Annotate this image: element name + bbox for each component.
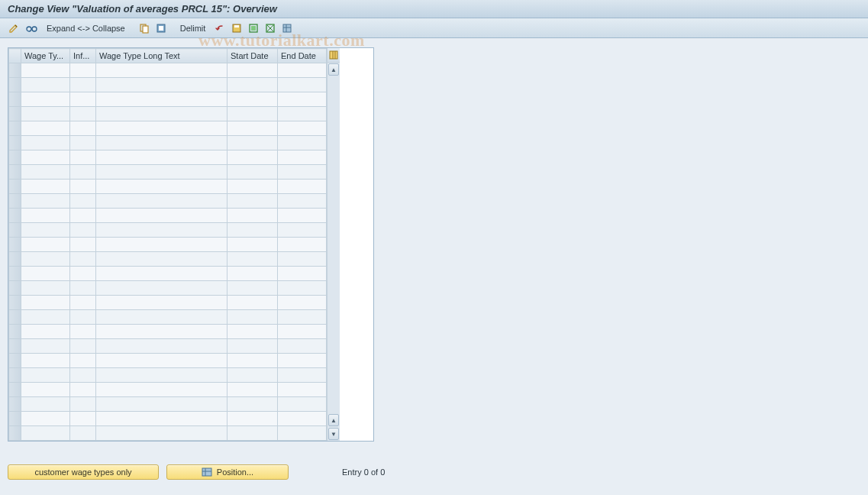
deselect-icon[interactable]	[263, 21, 278, 36]
table-row[interactable]	[9, 165, 327, 180]
svg-rect-13	[283, 24, 291, 32]
col-start-date[interactable]: Start Date	[227, 49, 278, 63]
table-row[interactable]	[9, 238, 327, 252]
entry-count: Entry 0 of 0	[342, 467, 385, 477]
table-row[interactable]	[9, 368, 327, 383]
table-row[interactable]	[9, 281, 327, 296]
position-label: Position...	[217, 467, 253, 477]
table-row[interactable]	[9, 325, 327, 339]
table-settings-icon[interactable]	[279, 21, 295, 36]
table-row[interactable]	[9, 63, 327, 78]
title-bar: Change View "Valuation of averages PRCL …	[0, 0, 868, 18]
table-row[interactable]	[9, 383, 327, 397]
select-block-icon[interactable]	[246, 21, 261, 36]
content-area: Wage Ty... Inf... Wage Type Long Text St…	[0, 38, 868, 451]
table-row[interactable]	[9, 92, 327, 107]
col-end-date[interactable]: End Date	[278, 49, 327, 63]
table-row[interactable]	[9, 310, 327, 325]
col-wage-type[interactable]: Wage Ty...	[21, 49, 70, 63]
table[interactable]: Wage Ty... Inf... Wage Type Long Text St…	[8, 48, 327, 441]
vertical-scrollbar[interactable]: ▲ ▲ ▼	[327, 48, 340, 441]
table-row[interactable]	[9, 397, 327, 412]
position-button[interactable]: Position...	[166, 464, 289, 480]
expand-collapse-button[interactable]: Expand <-> Collapse	[41, 21, 131, 36]
col-select[interactable]	[9, 49, 21, 63]
svg-rect-16	[330, 51, 337, 59]
config-columns-icon[interactable]	[328, 48, 340, 63]
col-long-text[interactable]: Wage Type Long Text	[96, 49, 227, 63]
svg-rect-3	[143, 26, 148, 33]
scroll-track[interactable]	[328, 76, 340, 413]
table-row[interactable]	[9, 136, 327, 150]
page-title: Change View "Valuation of averages PRCL …	[8, 3, 277, 15]
table-row[interactable]	[9, 223, 327, 238]
table-row[interactable]	[9, 412, 327, 426]
scroll-down-icon[interactable]: ▼	[328, 428, 339, 440]
table-row[interactable]	[9, 194, 327, 209]
table-row[interactable]	[9, 209, 327, 223]
data-grid: Wage Ty... Inf... Wage Type Long Text St…	[8, 47, 374, 442]
glasses-icon[interactable]	[23, 21, 40, 36]
edit-icon[interactable]	[6, 21, 21, 36]
scroll-up-icon[interactable]: ▲	[328, 63, 339, 76]
table-row[interactable]	[9, 339, 327, 354]
table-row[interactable]	[9, 354, 327, 368]
svg-rect-5	[159, 26, 163, 31]
table-row[interactable]	[9, 150, 327, 165]
customer-wage-types-button[interactable]: customer wage types only	[8, 464, 159, 480]
select-all-icon[interactable]	[153, 21, 169, 36]
copy-icon[interactable]	[137, 21, 152, 36]
save-variant-icon[interactable]	[229, 21, 244, 36]
svg-rect-9	[251, 26, 256, 31]
table-row[interactable]	[9, 267, 327, 281]
scroll-up2-icon[interactable]: ▲	[328, 414, 339, 426]
svg-point-0	[27, 27, 31, 31]
table-row[interactable]	[9, 252, 327, 267]
undo-icon[interactable]	[212, 21, 227, 36]
toolbar: Expand <-> Collapse Delimit	[0, 18, 868, 38]
table-row[interactable]	[9, 107, 327, 121]
col-inf[interactable]: Inf...	[70, 49, 96, 63]
position-icon	[202, 467, 212, 477]
svg-point-1	[32, 27, 37, 31]
table-row[interactable]	[9, 121, 327, 136]
svg-rect-7	[234, 25, 239, 28]
table-row[interactable]	[9, 78, 327, 92]
table-row[interactable]	[9, 296, 327, 310]
delimit-button[interactable]: Delimit	[175, 21, 211, 36]
bottom-bar: customer wage types only Position... Ent…	[8, 464, 385, 480]
svg-rect-19	[202, 468, 211, 476]
table-row[interactable]	[9, 180, 327, 194]
table-row[interactable]	[9, 426, 327, 441]
